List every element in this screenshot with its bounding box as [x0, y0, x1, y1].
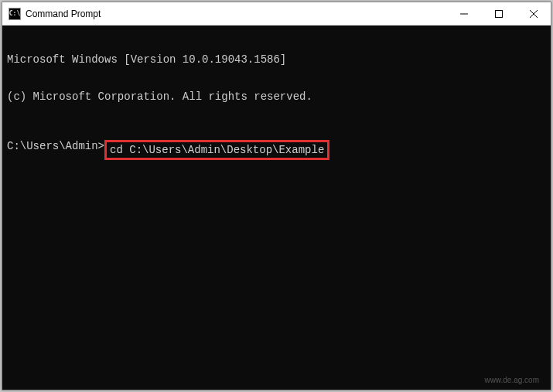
svg-rect-1: [495, 10, 502, 17]
terminal-area[interactable]: Microsoft Windows [Version 10.0.19043.15…: [2, 26, 551, 390]
close-button[interactable]: [516, 2, 551, 25]
command-highlight: cd C:\Users\Admin\Desktop\Example: [104, 140, 329, 160]
command-prompt-window: C:\ Command Prompt Microsoft Windows [Ve…: [2, 2, 551, 390]
copyright-line: (c) Microsoft Corporation. All rights re…: [7, 90, 546, 103]
minimize-button[interactable]: [446, 2, 481, 25]
maximize-button[interactable]: [481, 2, 516, 25]
minimize-icon: [460, 10, 468, 18]
maximize-icon: [495, 10, 503, 18]
prompt-line: C:\Users\Admin>cd C:\Users\Admin\Desktop…: [7, 140, 546, 160]
window-controls: [446, 2, 551, 25]
close-icon: [530, 10, 538, 18]
titlebar[interactable]: C:\ Command Prompt: [2, 2, 551, 26]
watermark-text: www.de.ag.com: [484, 376, 539, 384]
prompt-path: C:\Users\Admin>: [7, 140, 104, 160]
version-line: Microsoft Windows [Version 10.0.19043.15…: [7, 53, 546, 66]
window-title: Command Prompt: [26, 9, 446, 19]
cmd-icon: C:\: [9, 8, 21, 20]
